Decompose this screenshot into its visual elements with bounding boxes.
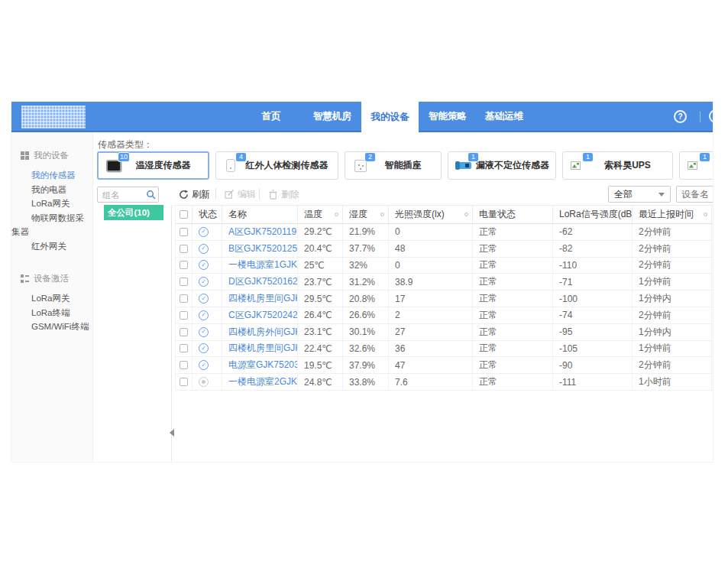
search-icon[interactable] [146, 190, 156, 200]
count-badge: 1 [582, 152, 594, 162]
light-cell: 48 [389, 241, 473, 257]
col-humidity[interactable]: 湿度 [343, 206, 389, 223]
device-name-input[interactable] [676, 186, 713, 203]
page-canvas: 首页 智慧机房 我的设备 智能策略 基础运维 ? 我的设备 我的传感器 我的电器… [0, 0, 728, 565]
edit-button[interactable]: 编辑 [225, 188, 256, 201]
nav-basic-ops[interactable]: 基础运维 [477, 102, 532, 131]
light-cell: 38.9 [389, 274, 473, 290]
group-item-all-company[interactable]: 全公司(10) [104, 205, 163, 220]
sensor-card-ups[interactable]: 1 索科昊UPS [562, 151, 673, 180]
sort-icon[interactable] [464, 213, 468, 216]
device-name-link[interactable]: A区GJK7520119 [228, 226, 296, 239]
device-name-link[interactable]: 四楼机房里间GJK75... [228, 342, 297, 355]
sidebar-item-ir-gateway[interactable]: 红外网关 [11, 239, 92, 254]
sidebar: 我的设备 我的传感器 我的电器 LoRa网关 物联网数据采集器 红外网关 设备激… [11, 132, 93, 461]
device-name-link[interactable]: 电源室GJK7520312 [228, 359, 297, 372]
device-name-link[interactable]: B区GJK7520125 [228, 242, 297, 255]
device-name-link[interactable]: 一楼电源室2GJK752... [228, 375, 297, 388]
sidebar-item-activate-lora-gateway[interactable]: LoRa网关 [11, 291, 92, 306]
sort-icon[interactable] [704, 213, 707, 216]
user-icon[interactable] [709, 109, 713, 123]
nav-my-devices[interactable]: 我的设备 [361, 102, 419, 132]
count-badge: 1 [468, 152, 479, 162]
device-name-link[interactable]: 四楼机房里间GJK75... [228, 292, 297, 305]
battery-cell: 正常 [473, 324, 553, 340]
delete-label: 删除 [281, 188, 299, 201]
row-checkbox[interactable] [180, 311, 188, 320]
edit-label: 编辑 [238, 188, 256, 201]
nav-smart-policy[interactable]: 智能策略 [420, 102, 475, 131]
table-row[interactable]: D区GJK7520162 23.7℃ 31.2% 38.9 正常 -71 1分钟… [176, 274, 713, 291]
delete-button[interactable]: 删除 [268, 188, 299, 201]
sidebar-item-my-sensors[interactable]: 我的传感器 [11, 168, 92, 183]
refresh-button[interactable]: 刷新 [179, 188, 210, 201]
sidebar-item-iot-collector[interactable]: 物联网数据采集器 [11, 211, 92, 239]
nav-smart-room[interactable]: 智慧机房 [305, 102, 360, 131]
sort-icon[interactable] [380, 213, 384, 216]
row-checkbox[interactable] [180, 344, 188, 352]
sensor-card-smart-socket[interactable]: 2 智能插座 [345, 151, 442, 180]
nav-home[interactable]: 首页 [252, 102, 290, 131]
table-row[interactable]: 四楼机房里间GJK75... 29.5℃ 20.8% 17 正常 -100 1分… [176, 291, 713, 307]
table-row[interactable]: 一楼电源室1GJK752... 25℃ 32% 0 正常 -110 2分钟前 [176, 258, 713, 274]
battery-cell: 正常 [473, 374, 553, 390]
sensor-card-infrared-body[interactable]: 4 红外人体检测传感器 [215, 151, 338, 180]
device-name-link[interactable]: C区GJK7520242 [228, 309, 297, 322]
sidebar-item-activate-gsm-wifi-terminal[interactable]: GSM/WiFi终端 [11, 320, 92, 334]
sensor-card-temp-humidity[interactable]: 10 温湿度传感器 [97, 151, 209, 180]
table-row[interactable]: 四楼机房外间GJK75... 23.1℃ 30.1% 27 正常 -95 1分钟… [176, 324, 713, 341]
table-row[interactable]: B区GJK7520125 20.4℃ 37.7% 48 正常 -82 2分钟前 [176, 241, 713, 258]
collapse-panel-arrow-icon[interactable] [170, 429, 174, 437]
toolbar-separator [215, 188, 216, 200]
humidity-cell: 30.1% [343, 324, 389, 340]
group-search [97, 187, 159, 203]
app-window: 首页 智慧机房 我的设备 智能策略 基础运维 ? 我的设备 我的传感器 我的电器… [11, 102, 713, 463]
sort-icon[interactable] [335, 213, 338, 216]
device-name-link[interactable]: D区GJK7520162 [228, 275, 297, 288]
row-checkbox[interactable] [180, 294, 188, 303]
sensor-card-clipped[interactable]: 1 [679, 151, 713, 180]
select-all-checkbox[interactable] [180, 210, 188, 219]
light-cell: 27 [389, 324, 473, 340]
sensor-card-label: 漏液不定位传感器 [476, 159, 555, 172]
group-panel: 全公司(10) [96, 205, 172, 461]
humidity-cell: 33.8% [343, 374, 389, 390]
sensor-card-leak-detector[interactable]: 1 漏液不定位传感器 [448, 151, 556, 180]
col-temperature[interactable]: 温度 [298, 206, 343, 223]
row-checkbox[interactable] [180, 361, 188, 369]
col-name: 名称 [222, 206, 298, 223]
row-checkbox[interactable] [180, 378, 188, 386]
row-checkbox[interactable] [180, 328, 188, 336]
light-cell: 0 [389, 224, 473, 240]
humidity-cell: 26.6% [343, 307, 389, 323]
table-row[interactable]: A区GJK7520119 29.2℃ 21.9% 0 正常 -62 2分钟前 [176, 224, 713, 241]
table-row[interactable]: 四楼机房里间GJK75... 22.4℃ 32.6% 36 正常 -105 1分… [176, 341, 713, 358]
sidebar-item-activate-lora-terminal[interactable]: LoRa终端 [11, 306, 92, 320]
status-icon [199, 310, 209, 320]
sensor-table: 状态 名称 温度 湿度 光照强度(lx) 电量状态 LoRa信号强度(dB...… [175, 205, 713, 391]
logo [21, 106, 86, 128]
row-checkbox[interactable] [180, 278, 188, 286]
col-lora-signal[interactable]: LoRa信号强度(dB... [553, 206, 633, 223]
temperature-cell: 26.4℃ [298, 307, 343, 323]
row-checkbox[interactable] [180, 228, 188, 236]
top-navbar: 首页 智慧机房 我的设备 智能策略 基础运维 ? [11, 102, 713, 132]
humidity-cell: 37.9% [343, 357, 389, 373]
table-row[interactable]: C区GJK7520242 26.4℃ 26.6% 2 正常 -74 2分钟前 [176, 307, 713, 324]
table-row[interactable]: 电源室GJK7520312 19.5℃ 37.9% 47 正常 -90 2分钟前 [176, 357, 713, 374]
col-last-report[interactable]: 最近上报时间 [633, 206, 712, 223]
sidebar-item-lora-gateway[interactable]: LoRa网关 [11, 196, 92, 211]
help-icon[interactable]: ? [674, 110, 687, 123]
filter-dropdown[interactable]: 全部 [608, 186, 671, 203]
device-name-link[interactable]: 四楼机房外间GJK75... [228, 326, 297, 339]
battery-cell: 正常 [473, 224, 553, 240]
table-row[interactable]: 一楼电源室2GJK752... 24.8℃ 33.8% 7.6 正常 -111 … [176, 374, 713, 391]
row-checkbox[interactable] [180, 261, 188, 269]
last-report-cell: 2分钟前 [633, 357, 712, 373]
status-icon [199, 227, 209, 237]
grid-icon [21, 151, 29, 160]
row-checkbox[interactable] [180, 245, 188, 253]
device-name-link[interactable]: 一楼电源室1GJK752... [228, 258, 297, 271]
col-light[interactable]: 光照强度(lx) [389, 206, 473, 223]
sidebar-item-my-appliances[interactable]: 我的电器 [11, 183, 92, 197]
